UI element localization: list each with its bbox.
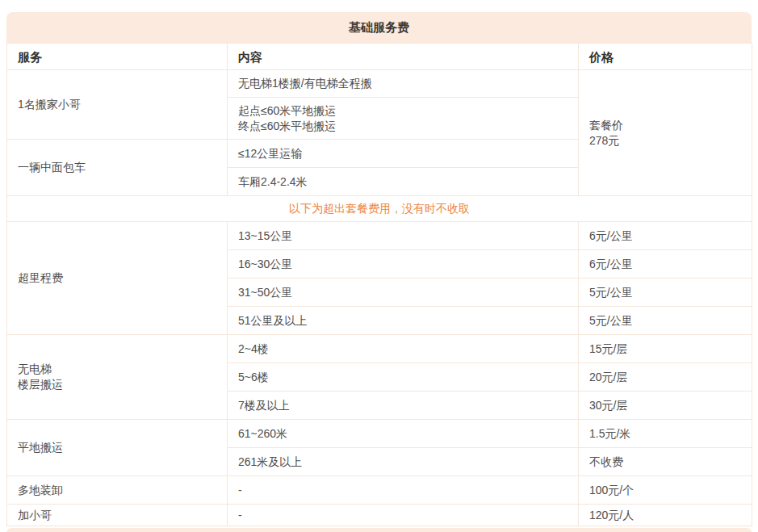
content-cell: 16~30公里	[228, 250, 579, 279]
service-line: 平地搬运	[18, 440, 220, 455]
price-cell: 20元/层	[579, 363, 752, 392]
content-cell: 31~50公里	[228, 279, 579, 307]
table-row: 超里程费 13~15公里 6元/公里	[7, 222, 752, 250]
price-cell-package: 套餐价 278元	[579, 70, 752, 196]
table-title-band: 基础服务费	[6, 12, 752, 43]
service-cell-ground: 平地搬运	[7, 420, 228, 476]
col-header-service: 服务	[7, 44, 228, 70]
content-line: 终点≤60米平地搬运	[238, 119, 572, 134]
price-cell: 6元/公里	[579, 222, 752, 250]
price-cell: 5元/公里	[579, 307, 752, 335]
content-cell: 车厢2.4-2.4米	[228, 168, 579, 196]
col-header-content: 内容	[228, 44, 579, 70]
price-cell: 30元/层	[579, 392, 752, 420]
service-line: 无电梯	[18, 362, 220, 377]
notice-row: 以下为超出套餐费用，没有时不收取	[7, 196, 752, 222]
content-line: 起点≤60米平地搬运	[238, 103, 572, 119]
content-cell: 起点≤60米平地搬运 终点≤60米平地搬运	[228, 98, 579, 140]
price-cell: 5元/公里	[579, 279, 752, 307]
service-cell-mover: 1名搬家小哥	[7, 70, 228, 140]
price-cell: 15元/层	[579, 335, 752, 363]
price-cell: 1.5元/米	[579, 420, 752, 448]
pricing-card: 基础服务费 服务 内容 价格 1名搬家小哥 无电梯1楼搬/有电梯全程搬 套餐价 …	[6, 12, 752, 532]
service-cell-extra-mover: 加小哥	[7, 505, 228, 526]
content-cell: 51公里及以上	[228, 307, 579, 335]
price-cell: 6元/公里	[579, 250, 752, 279]
content-cell: 7楼及以上	[228, 392, 579, 420]
notice-text: 以下为超出套餐费用，没有时不收取	[7, 196, 752, 222]
service-cell-stairs: 无电梯 楼层搬运	[7, 335, 228, 420]
pricing-page: 基础服务费 服务 内容 价格 1名搬家小哥 无电梯1楼搬/有电梯全程搬 套餐价 …	[0, 0, 758, 532]
table-row: 加小哥 - 120元/人	[7, 505, 752, 526]
pricing-table: 服务 内容 价格 1名搬家小哥 无电梯1楼搬/有电梯全程搬 套餐价 278元 起…	[6, 43, 752, 526]
col-header-price: 价格	[579, 44, 752, 70]
table-title: 基础服务费	[349, 20, 409, 36]
service-cell-van: 一辆中面包车	[7, 140, 228, 196]
content-cell: ≤12公里运输	[228, 140, 579, 168]
content-cell: 2~4楼	[228, 335, 579, 363]
content-cell: -	[228, 476, 579, 505]
header-row: 服务 内容 价格	[7, 44, 752, 70]
price-line: 278元	[589, 133, 745, 149]
content-cell: 无电梯1楼搬/有电梯全程搬	[228, 70, 579, 98]
price-cell: 100元/个	[579, 476, 752, 505]
next-section-band	[6, 528, 752, 532]
service-cell-mileage: 超里程费	[7, 222, 228, 335]
service-line: 超里程费	[18, 270, 220, 286]
content-cell: 261米及以上	[228, 448, 579, 476]
content-cell: 61~260米	[228, 420, 579, 448]
price-cell: 不收费	[579, 448, 752, 476]
table-row: 平地搬运 61~260米 1.5元/米	[7, 420, 752, 448]
price-cell: 120元/人	[579, 505, 752, 526]
service-line: 楼层搬运	[18, 377, 220, 392]
price-line: 套餐价	[589, 118, 745, 133]
content-cell: -	[228, 505, 579, 526]
table-row: 1名搬家小哥 无电梯1楼搬/有电梯全程搬 套餐价 278元	[7, 70, 752, 98]
content-cell: 5~6楼	[228, 363, 579, 392]
table-row: 无电梯 楼层搬运 2~4楼 15元/层	[7, 335, 752, 363]
service-cell-multistop: 多地装卸	[7, 476, 228, 505]
table-row: 多地装卸 - 100元/个	[7, 476, 752, 505]
content-cell: 13~15公里	[228, 222, 579, 250]
